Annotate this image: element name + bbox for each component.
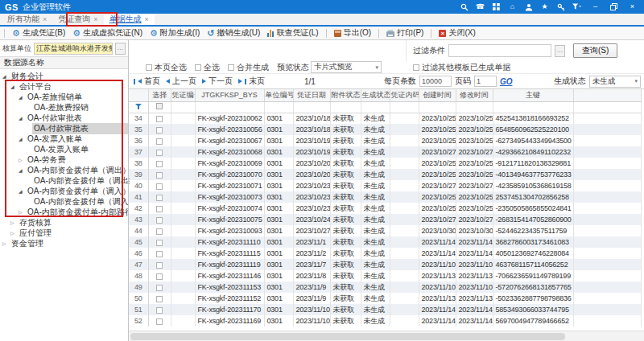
- scrollbar-thumb[interactable]: [130, 333, 565, 340]
- row-select-cell[interactable]: [148, 281, 171, 293]
- row-number-cell[interactable]: 43: [129, 214, 148, 225]
- row-select-cell[interactable]: [148, 236, 171, 248]
- tree-item-12[interactable]: OA-内部资金拨付单（调入单位凭证）: [0, 196, 128, 207]
- row-select-cell[interactable]: [148, 191, 171, 203]
- close-icon[interactable]: ×: [628, 2, 637, 11]
- row-number-cell[interactable]: 38: [129, 158, 148, 169]
- tab-voucher-query[interactable]: 凭证查询×: [52, 14, 103, 25]
- accounting-unit-more-button[interactable]: …: [115, 43, 126, 55]
- table-row[interactable]: 43FK-xsgkf-20231007503012023/10/24未获取未生成…: [129, 214, 641, 225]
- table-row[interactable]: 41FK-xsgkf-20231007303012023/10/23未获取未生成…: [129, 191, 641, 203]
- tree-item-3[interactable]: OA-差旅费报销: [0, 102, 128, 113]
- query-button[interactable]: 查询(S): [573, 43, 617, 58]
- page-number-input[interactable]: [474, 76, 497, 87]
- tree-item-9[interactable]: ◢OA-内部资金拨付单（调出）: [0, 165, 128, 175]
- row-checkbox[interactable]: [156, 285, 163, 291]
- row-checkbox[interactable]: [156, 307, 163, 314]
- row-number-cell[interactable]: 52: [129, 315, 148, 327]
- key-icon[interactable]: [556, 2, 565, 11]
- row-select-cell[interactable]: [148, 180, 171, 191]
- go-link[interactable]: GO: [500, 77, 513, 86]
- column-header[interactable]: 附件状态: [330, 89, 361, 101]
- per-page-input[interactable]: [419, 76, 452, 87]
- row-select-cell[interactable]: [148, 146, 171, 158]
- expanded-arrow-icon[interactable]: ◢: [19, 167, 26, 173]
- column-header[interactable]: 创建时间: [419, 89, 456, 101]
- row-number-cell[interactable]: 42: [129, 203, 148, 214]
- row-checkbox[interactable]: [156, 262, 163, 269]
- tree-item-7[interactable]: OA-发票入账单: [0, 144, 128, 154]
- tree-item-11[interactable]: ◢OA-内部资金拨付单（调入）: [0, 186, 128, 196]
- panel-splitter-handle[interactable]: ⋮: [126, 177, 133, 185]
- table-row[interactable]: 38FK-xsgkf-20231006903012023/10/20未获取未生成…: [129, 158, 641, 169]
- preview-mode-select[interactable]: 卡片式预览▾: [311, 61, 382, 73]
- row-number-cell[interactable]: 49: [129, 281, 148, 293]
- tree-item-13[interactable]: ▷OA-内部资金拨付单-内部路径: [0, 207, 128, 217]
- tree-item-8[interactable]: ▷OA-劳务费: [0, 154, 128, 165]
- table-row[interactable]: 52FK-xsgkf-20231116903012023/11/10未获取未生成…: [129, 315, 641, 327]
- row-checkbox[interactable]: [156, 206, 163, 212]
- tab-close-icon[interactable]: ×: [93, 15, 97, 23]
- row-checkbox[interactable]: [156, 138, 163, 145]
- accounting-unit-input[interactable]: 江苏盐城港响水港开发集团有限公司: [34, 43, 113, 55]
- tree-item-14[interactable]: ▷存货核算: [0, 217, 128, 228]
- tree-item-15[interactable]: ▷应付管理: [0, 228, 128, 238]
- row-checkbox[interactable]: [156, 251, 163, 257]
- tree-item-2[interactable]: ◢OA-差旅报销单: [0, 92, 128, 102]
- table-row[interactable]: 39FK-xsgkf-20231007003012023/10/20未获取未生成…: [129, 169, 641, 180]
- row-select-cell[interactable]: [148, 304, 171, 315]
- additional-generate-button[interactable]: ⚙附加生成(I): [150, 27, 200, 39]
- tree-item-6[interactable]: ◢OA-发票入账单: [0, 134, 128, 144]
- phone-icon[interactable]: ☎: [476, 2, 485, 11]
- table-row[interactable]: 49FK-xsgkf-20231115303012023/11/9未获取未生成2…: [129, 281, 641, 293]
- row-checkbox[interactable]: [156, 161, 163, 167]
- tab-close-icon[interactable]: ×: [145, 15, 149, 23]
- tree-item-1[interactable]: ◢会计平台: [0, 81, 128, 92]
- tree-item-16[interactable]: ▷资金管理: [0, 238, 128, 249]
- row-checkbox[interactable]: [156, 240, 163, 246]
- column-header[interactable]: 修改时间: [456, 89, 493, 101]
- row-select-cell[interactable]: [148, 203, 171, 214]
- star-icon[interactable]: ★: [540, 2, 549, 11]
- export-button[interactable]: 导出(O): [334, 27, 371, 39]
- table-row[interactable]: 51FK-xsgkf-20231117003012023/11/10未获取未生成…: [129, 304, 641, 315]
- row-number-cell[interactable]: 35: [129, 124, 148, 135]
- filter-more-button[interactable]: …: [555, 45, 565, 57]
- table-row[interactable]: 37FK-xsgkf-20231006803012023/10/19未获取未生成…: [129, 146, 641, 158]
- row-select-cell[interactable]: [148, 124, 171, 135]
- row-select-cell[interactable]: [148, 248, 171, 259]
- table-row[interactable]: 44FK-xsgkf-20231009303012023/10/27未获取未生成…: [129, 225, 641, 236]
- collapsed-arrow-icon[interactable]: ▷: [19, 209, 26, 215]
- expanded-arrow-icon[interactable]: ◢: [2, 73, 10, 79]
- select-all-checkbox[interactable]: 全选: [195, 62, 220, 73]
- row-number-cell[interactable]: 37: [129, 146, 148, 158]
- row-select-cell[interactable]: [148, 169, 171, 180]
- row-select-cell[interactable]: [148, 259, 171, 270]
- row-select-cell[interactable]: [148, 315, 171, 327]
- user-icon[interactable]: [524, 2, 533, 11]
- apps-grid-icon[interactable]: [492, 2, 501, 11]
- next-page-button[interactable]: 下一页: [202, 76, 233, 87]
- row-select-cell[interactable]: [148, 270, 171, 281]
- grid-filter-cell[interactable]: [148, 101, 171, 113]
- table-row[interactable]: 50FK-xsgkf-20231115203012023/11/9未获取未生成2…: [129, 293, 641, 304]
- row-checkbox[interactable]: [156, 127, 163, 134]
- row-checkbox[interactable]: [156, 195, 163, 201]
- column-header[interactable]: 主键: [493, 89, 573, 101]
- tree-item-10[interactable]: OA-内部资金拨付单（调出单位凭证）: [0, 175, 128, 186]
- print-button[interactable]: 打印(P): [386, 27, 423, 39]
- row-checkbox[interactable]: [156, 228, 163, 235]
- row-number-cell[interactable]: 41: [129, 191, 148, 203]
- collapsed-arrow-icon[interactable]: ▷: [2, 240, 10, 246]
- collapsed-arrow-icon[interactable]: ▷: [10, 230, 18, 236]
- filter-condition-input[interactable]: [448, 44, 551, 57]
- home-icon[interactable]: ⌂: [508, 2, 517, 11]
- expanded-arrow-icon[interactable]: ◢: [19, 188, 26, 194]
- generate-status-select[interactable]: 未生成 ▾: [589, 76, 641, 88]
- select-all-page-checkbox[interactable]: 本页全选: [146, 62, 187, 73]
- row-checkbox[interactable]: [156, 217, 163, 224]
- tree-item-4[interactable]: ◢OA-付款审批表: [0, 113, 128, 123]
- table-row[interactable]: 48FK-xsgkf-20231114603012023/11/8未获取未生成2…: [129, 270, 641, 281]
- row-checkbox[interactable]: [156, 172, 163, 179]
- row-checkbox[interactable]: [156, 318, 163, 325]
